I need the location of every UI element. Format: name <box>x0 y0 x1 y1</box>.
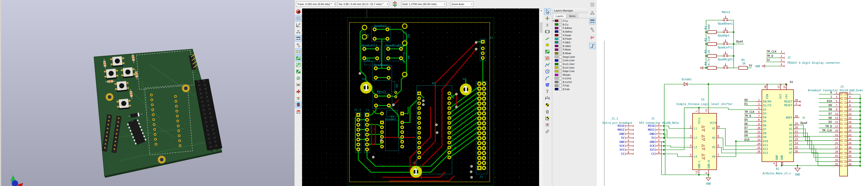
add-via-button[interactable] <box>544 42 551 48</box>
add-arc-button[interactable] <box>544 75 551 81</box>
track-width-dropdown[interactable]: Track: 0.250 mm (9.84 mils) *▾ <box>296 2 336 7</box>
layer-row-F.SilkS[interactable]: ✓F.SilkS <box>552 41 588 44</box>
units-mm-button[interactable]: mm <box>295 35 302 41</box>
grid-visibility-button[interactable] <box>589 1 596 8</box>
layer-color-swatch[interactable] <box>555 30 558 33</box>
layer-row-B.Mask[interactable]: ✓B.Mask <box>552 51 588 55</box>
add-keepout-button[interactable] <box>544 55 551 62</box>
layer-row-Dwgs.User[interactable]: Dwgs.User <box>552 55 588 59</box>
layer-row-Edge.Cuts[interactable]: ✓Edge.Cuts <box>552 70 588 73</box>
layer-color-swatch[interactable] <box>555 70 558 72</box>
layer-row-B.Paste[interactable]: B.Paste <box>552 37 588 41</box>
layer-visibility-checkbox[interactable]: ✓ <box>559 52 562 54</box>
layer-visibility-checkbox[interactable]: ✓ <box>559 23 562 26</box>
layer-visibility-checkbox[interactable] <box>559 55 562 58</box>
route-tracks-button[interactable] <box>544 35 551 41</box>
layer-row-F.Cu[interactable]: ▶✓F.Cu <box>552 19 588 23</box>
layer-row-F.CrtYd[interactable]: F.CrtYd <box>552 77 588 80</box>
drc-off-button[interactable] <box>295 8 302 15</box>
layer-row-Cmts.User[interactable]: Cmts.User <box>552 59 588 62</box>
layer-row-B.Fab[interactable]: B.Fab <box>552 87 588 91</box>
layer-color-swatch[interactable] <box>555 77 558 80</box>
tune-length-button[interactable] <box>295 108 302 115</box>
layer-visibility-checkbox[interactable]: ✓ <box>559 48 562 51</box>
scrollbar-thumb[interactable] <box>540 22 542 33</box>
layer-visibility-checkbox[interactable] <box>559 34 562 37</box>
layers-manager-tab-items[interactable]: Items <box>567 14 578 18</box>
layer-visibility-checkbox[interactable]: ✓ <box>559 45 562 47</box>
add-zone-button[interactable] <box>544 48 551 55</box>
layer-visibility-checkbox[interactable]: ✓ <box>559 73 562 76</box>
j3-connector-symbol[interactable] <box>839 92 847 176</box>
layer-row-F.Fab[interactable]: F.Fab <box>552 84 588 87</box>
grid-origin-button[interactable] <box>544 121 551 128</box>
schematic-canvas[interactable]: Menu1R1680DpadDown1R2220DpadUp1R32kDpadL… <box>597 0 868 186</box>
layer-color-swatch[interactable] <box>555 63 558 65</box>
layer-visibility-checkbox[interactable] <box>559 59 562 62</box>
polar-coords-button[interactable] <box>295 22 302 28</box>
ratsnest-visibility-button[interactable] <box>295 48 302 55</box>
layer-color-swatch[interactable] <box>555 52 558 54</box>
add-dimension-button[interactable]: N <box>544 95 551 101</box>
layer-visibility-checkbox[interactable] <box>559 88 562 90</box>
high-contrast-button[interactable] <box>295 88 302 95</box>
layer-visibility-checkbox[interactable] <box>559 27 562 29</box>
layers-manager-tab-layers[interactable]: Layers <box>553 14 566 18</box>
layer-row-F.Adhes[interactable]: F.Adhes <box>552 26 588 30</box>
add-polygon-button[interactable] <box>544 82 551 88</box>
layer-row-F.Mask[interactable]: ✓F.Mask <box>552 48 588 51</box>
layer-color-swatch[interactable] <box>555 66 558 69</box>
layer-visibility-checkbox[interactable] <box>559 30 562 33</box>
layer-color-swatch[interactable] <box>555 88 558 90</box>
track-via-properties-icon[interactable] <box>392 1 398 8</box>
layer-color-swatch[interactable] <box>555 34 558 36</box>
layer-visibility-checkbox[interactable] <box>559 66 562 69</box>
layer-row-B.CrtYd[interactable]: B.CrtYd <box>552 80 588 84</box>
add-footprint-button[interactable] <box>544 29 551 35</box>
layer-visibility-checkbox[interactable] <box>559 63 562 65</box>
select-tool-button[interactable] <box>544 8 551 15</box>
measure-button[interactable] <box>544 128 551 135</box>
layers-stack-button[interactable] <box>295 102 302 108</box>
units-inch-button[interactable]: in <box>295 29 302 35</box>
layer-visibility-checkbox[interactable] <box>559 77 562 80</box>
vias-sketch-button[interactable] <box>295 75 302 81</box>
layer-row-B.SilkS[interactable]: ✓B.SilkS <box>552 44 588 48</box>
pcb-3d-board[interactable] <box>94 49 222 178</box>
add-graphic-line-button[interactable] <box>544 62 551 68</box>
layer-color-swatch[interactable] <box>555 41 558 44</box>
layer-color-swatch[interactable] <box>555 84 558 87</box>
units-mm-button[interactable]: mm <box>589 18 596 24</box>
highlight-net-button[interactable] <box>544 15 551 22</box>
layer-row-Eco2.User[interactable]: Eco2.User <box>552 66 588 70</box>
layer-row-Eco1.User[interactable]: Eco1.User <box>552 62 588 66</box>
via-size-dropdown[interactable]: Via: 0.80 / 0.40 mm (31.5 / 15.7 mils) *… <box>337 2 389 7</box>
pcb-canvas[interactable]: 111DpadUp1DpadLeft1DpadRight1DpadDown1Me… <box>302 8 539 186</box>
layer-color-swatch[interactable] <box>555 45 558 47</box>
ratsnest-lines-button[interactable] <box>295 82 302 88</box>
zoom-dropdown[interactable]: Zoom Auto▾ <box>450 2 473 7</box>
layer-visibility-checkbox[interactable] <box>559 81 562 83</box>
layer-visibility-checkbox[interactable] <box>559 84 562 87</box>
layer-visibility-checkbox[interactable]: ✓ <box>559 20 562 22</box>
add-text-button[interactable]: T <box>544 88 551 95</box>
layer-color-swatch[interactable] <box>555 48 558 51</box>
3d-viewer-panel[interactable] <box>0 0 294 186</box>
add-target-button[interactable] <box>544 102 551 108</box>
curved-tracks-button[interactable] <box>295 68 302 75</box>
scroll-up-icon[interactable]: ▲ <box>539 8 543 12</box>
tracks-sketch-button[interactable] <box>295 62 302 68</box>
layer-color-swatch[interactable] <box>555 59 558 62</box>
layer-color-swatch[interactable] <box>555 38 558 40</box>
delete-tool-button[interactable] <box>544 108 551 115</box>
layer-color-swatch[interactable] <box>555 55 558 58</box>
layer-color-swatch[interactable] <box>555 23 558 26</box>
layer-row-F.Paste[interactable]: F.Paste <box>552 34 588 37</box>
layer-row-Margin[interactable]: ✓Margin <box>552 73 588 77</box>
cursor-shape-button[interactable] <box>295 42 302 48</box>
layer-color-swatch[interactable] <box>555 74 558 76</box>
grid-size-dropdown[interactable]: Grid: 1.2700 mm (50.00 mils)▾ <box>401 2 446 7</box>
layer-visibility-checkbox[interactable]: ✓ <box>559 41 562 44</box>
local-ratsnest-button[interactable] <box>544 22 551 28</box>
units-inch-button[interactable]: in <box>589 10 596 16</box>
